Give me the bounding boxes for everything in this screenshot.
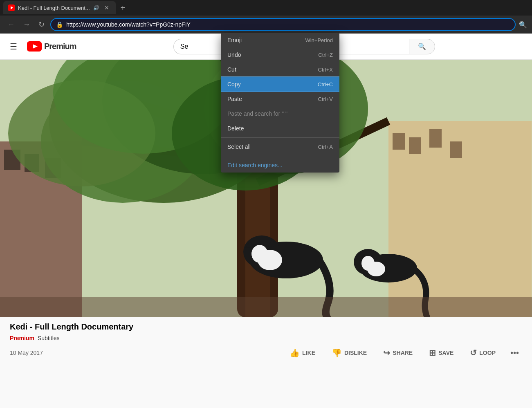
secure-icon: 🔒 [56, 21, 63, 28]
context-menu-label-paste: Paste [227, 96, 242, 102]
context-menu-label-paste-search: Paste and search for " " [227, 110, 287, 117]
context-menu-item-copy[interactable]: CopyCtrl+C [221, 77, 339, 92]
dislike-label: DISLIKE [344, 350, 367, 356]
save-label: SAVE [438, 350, 453, 356]
dislike-icon: 👎 [332, 348, 342, 358]
save-icon: ⊞ [429, 348, 436, 358]
like-button[interactable]: 👍 LIKE [285, 345, 320, 361]
context-menu-label-cut: Cut [227, 66, 236, 73]
context-menu-label-undo: Undo [227, 52, 241, 58]
reload-button[interactable]: ↻ [36, 18, 47, 31]
svg-point-36 [367, 262, 385, 276]
save-button[interactable]: ⊞ SAVE [424, 345, 458, 361]
page-search-button[interactable]: 🔍 [519, 21, 527, 29]
context-menu: EmojiWin+PeriodUndoCtrl+ZCutCtrl+XCopyCt… [221, 33, 339, 173]
context-menu-label-delete: Delete [227, 125, 244, 132]
active-tab[interactable]: Kedi - Full Length Document... 🔊 ✕ [3, 1, 116, 14]
menu-button[interactable]: ☰ [7, 38, 20, 55]
svg-rect-10 [393, 133, 405, 150]
loop-icon: ↺ [470, 348, 477, 358]
tab-favicon [8, 4, 15, 11]
context-menu-label-emoji: Emoji [227, 37, 242, 43]
address-bar[interactable]: 🔒 [50, 18, 516, 31]
like-label: LIKE [302, 350, 315, 356]
video-title: Kedi - Full Length Documentary [10, 322, 522, 332]
context-menu-label-select-all: Select all [227, 143, 251, 150]
youtube-logo-icon [27, 41, 42, 52]
back-button[interactable]: ← [5, 19, 17, 31]
context-menu-item-undo[interactable]: UndoCtrl+Z [221, 47, 339, 62]
context-menu-shortcut-paste: Ctrl+V [318, 96, 333, 102]
svg-rect-13 [450, 141, 462, 158]
context-menu-label-copy: Copy [227, 81, 241, 87]
subtitles-tag: Subtitles [38, 335, 60, 341]
tab-audio-icon: 🔊 [93, 5, 99, 11]
context-menu-item-edit-search-engines[interactable]: Edit search engines... [221, 158, 339, 173]
new-tab-button[interactable]: + [117, 2, 129, 14]
share-icon: ↪ [383, 348, 390, 358]
more-icon: ••• [510, 348, 519, 357]
svg-rect-12 [429, 129, 442, 148]
context-menu-separator [221, 137, 339, 138]
context-menu-item-select-all[interactable]: Select allCtrl+A [221, 139, 339, 154]
more-options-button[interactable]: ••• [507, 345, 522, 361]
forward-button[interactable]: → [20, 19, 33, 31]
url-input[interactable] [66, 21, 510, 28]
search-button[interactable]: 🔍 [409, 39, 435, 54]
share-label: SHARE [393, 350, 413, 356]
context-menu-item-emoji[interactable]: EmojiWin+Period [221, 33, 339, 47]
context-menu-item-paste[interactable]: PasteCtrl+V [221, 92, 339, 106]
video-date: 10 May 2017 [10, 350, 43, 356]
tab-close-button[interactable]: ✕ [103, 4, 111, 12]
context-menu-shortcut-emoji: Win+Period [305, 37, 333, 43]
context-menu-shortcut-undo: Ctrl+Z [318, 52, 333, 58]
context-menu-item-cut[interactable]: CutCtrl+X [221, 62, 339, 77]
context-menu-separator [221, 156, 339, 156]
tab-bar: Kedi - Full Length Document... 🔊 ✕ + [0, 0, 532, 16]
dislike-button[interactable]: 👎 DISLIKE [327, 345, 372, 361]
youtube-logo-text: Premium [44, 42, 76, 51]
video-info: Kedi - Full Length Documentary Premium S… [0, 317, 532, 366]
context-menu-shortcut-select-all: Ctrl+A [318, 144, 333, 150]
like-icon: 👍 [290, 348, 300, 358]
video-meta: 10 May 2017 👍 LIKE 👎 DISLIKE ↪ SHARE ⊞ S… [10, 345, 522, 361]
loop-label: LOOP [479, 350, 496, 356]
video-actions: 👍 LIKE 👎 DISLIKE ↪ SHARE ⊞ SAVE ↺ LO [285, 345, 522, 361]
tab-title: Kedi - Full Length Document... [18, 5, 90, 11]
context-menu-item-delete[interactable]: Delete [221, 121, 339, 136]
svg-rect-11 [409, 137, 421, 154]
navigation-bar: ← → ↻ 🔒 🔍 [0, 16, 532, 34]
loop-button[interactable]: ↺ LOOP [465, 345, 501, 361]
video-tags: Premium Subtitles [10, 335, 522, 341]
svg-point-30 [251, 245, 268, 263]
svg-rect-37 [0, 297, 532, 317]
context-menu-item-paste-search: Paste and search for " " [221, 106, 339, 121]
youtube-logo[interactable]: Premium [27, 41, 76, 52]
premium-tag: Premium [10, 335, 34, 341]
share-button[interactable]: ↪ SHARE [378, 345, 418, 361]
context-menu-shortcut-copy: Ctrl+C [318, 81, 333, 87]
context-menu-shortcut-cut: Ctrl+X [318, 67, 333, 73]
